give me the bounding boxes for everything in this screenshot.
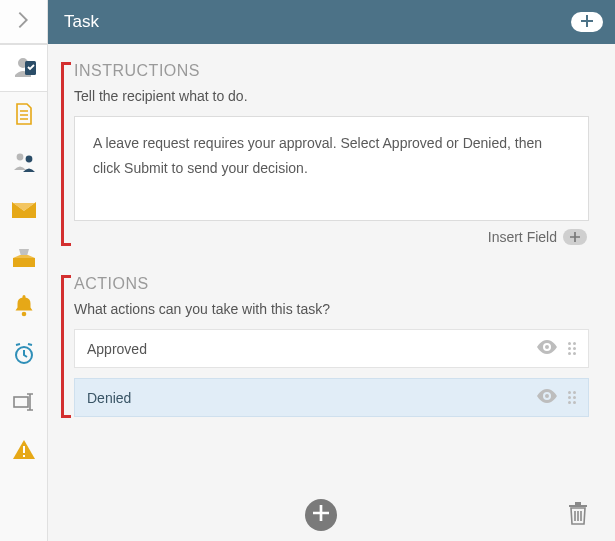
sidebar-item-bell[interactable] (0, 284, 47, 332)
instructions-subheading: Tell the recipient what to do. (74, 88, 589, 104)
instructions-heading: INSTRUCTIONS (74, 62, 589, 80)
header-add-button[interactable] (571, 12, 603, 32)
sidebar-expand[interactable] (0, 0, 47, 44)
page-title: Task (64, 12, 99, 32)
plus-icon (313, 505, 329, 525)
action-row[interactable]: Denied (74, 378, 589, 417)
insert-field-chip-icon (563, 229, 587, 245)
svg-point-1 (16, 154, 23, 161)
action-row[interactable]: Approved (74, 329, 589, 368)
clock-icon (12, 342, 36, 370)
actions-heading: ACTIONS (74, 275, 589, 293)
insert-field-label: Insert Field (488, 229, 557, 245)
delete-button[interactable] (567, 500, 589, 530)
task-icon (12, 55, 36, 81)
sidebar-item-inbox[interactable] (0, 236, 47, 284)
content: INSTRUCTIONS Tell the recipient what to … (48, 44, 615, 497)
footer (48, 497, 615, 541)
eye-icon[interactable] (536, 389, 558, 406)
svg-rect-5 (14, 397, 28, 407)
main-panel: Task INSTRUCTIONS Tell the recipient wha… (48, 0, 615, 541)
page-icon (14, 103, 34, 129)
chevron-right-icon (18, 12, 30, 32)
svg-rect-7 (23, 455, 25, 457)
trash-icon (567, 512, 589, 529)
header: Task (48, 0, 615, 44)
actions-subheading: What actions can you take with this task… (74, 301, 589, 317)
insert-field-button[interactable]: Insert Field (74, 221, 589, 245)
sidebar-item-page[interactable] (0, 92, 47, 140)
sidebar-item-people[interactable] (0, 140, 47, 188)
warning-icon (13, 440, 35, 464)
drag-handle-icon[interactable] (568, 391, 576, 404)
plus-icon (581, 13, 593, 31)
svg-rect-6 (23, 446, 25, 453)
sidebar (0, 0, 48, 541)
bell-icon (14, 295, 34, 321)
sidebar-item-task[interactable] (0, 44, 47, 92)
cursor-icon (13, 392, 35, 416)
inbox-icon (13, 248, 35, 272)
action-label: Approved (87, 341, 536, 357)
actions-section: ACTIONS What actions can you take with t… (74, 275, 589, 417)
sidebar-item-clock[interactable] (0, 332, 47, 380)
sidebar-item-cursor[interactable] (0, 380, 47, 428)
sidebar-item-warning[interactable] (0, 428, 47, 476)
people-icon (12, 152, 36, 176)
action-label: Denied (87, 390, 536, 406)
svg-point-2 (25, 156, 32, 163)
instructions-textarea[interactable]: A leave request requires your approval. … (74, 116, 589, 221)
svg-point-3 (21, 312, 26, 317)
drag-handle-icon[interactable] (568, 342, 576, 355)
instructions-section: INSTRUCTIONS Tell the recipient what to … (74, 62, 589, 245)
eye-icon[interactable] (536, 340, 558, 357)
sidebar-item-mail[interactable] (0, 188, 47, 236)
add-action-button[interactable] (305, 499, 337, 531)
mail-icon (12, 202, 36, 222)
